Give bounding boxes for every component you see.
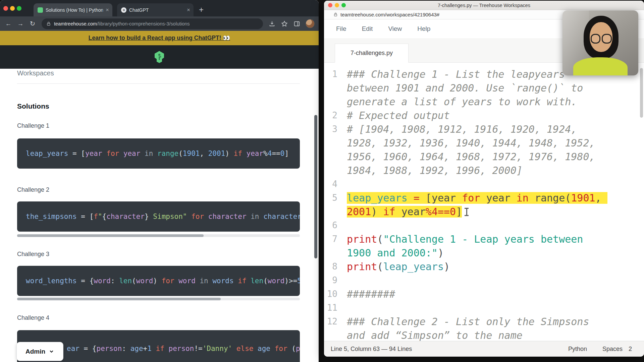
line-number: 6 — [324, 219, 342, 232]
scrollbar-thumb[interactable] — [17, 298, 221, 300]
editor-line[interactable]: 3# [1904, 1908, 1912, 1916, 1920, 1924, … — [324, 122, 644, 177]
browser-window: Solutions (How To) | Python Co × ✳ ChatG… — [0, 0, 319, 362]
indentation-value[interactable]: 2 — [629, 346, 632, 353]
solutions-page: Workspaces Solutions Challenge 1 leap_ye… — [0, 69, 319, 362]
treehouse-favicon-icon — [38, 7, 43, 13]
url-text: teamtreehouse.com/library/python-compreh… — [54, 21, 190, 26]
line-number: 3 — [324, 122, 342, 177]
editor-line[interactable]: 4 — [324, 177, 644, 191]
line-number: 2 — [324, 109, 342, 122]
workspace-titlebar: 7-challenges.py — Treehouse Workspaces — [324, 1, 644, 10]
chevron-down-icon — [49, 349, 54, 354]
lock-icon — [46, 21, 51, 26]
download-icon[interactable] — [268, 20, 276, 27]
page-title: Solutions — [17, 102, 49, 110]
editor-line[interactable]: 9 — [324, 274, 644, 287]
line-number: 8 — [324, 260, 342, 274]
person-glasses — [591, 34, 612, 44]
cursor-position-status: Line 5, Column 63 — 94 Lines — [331, 346, 412, 353]
menu-edit[interactable]: Edit — [362, 25, 373, 33]
reload-button[interactable]: ↻ — [28, 20, 37, 27]
line-number: 9 — [324, 274, 342, 287]
desktop: Solutions (How To) | Python Co × ✳ ChatG… — [0, 0, 644, 362]
code-block-challenge-1[interactable]: leap_years = [year for year in range(190… — [17, 138, 300, 169]
editor-scrollbar-thumb[interactable] — [640, 68, 643, 118]
close-tab-icon[interactable]: × — [106, 7, 109, 13]
code-block-challenge-2[interactable]: the_simpsons = [f"{character} Simpson" f… — [17, 201, 300, 232]
editor-tab-7-challenges[interactable]: 7-challenges.py — [335, 44, 409, 63]
zoom-window-button[interactable] — [17, 6, 21, 11]
horizontal-scrollbar[interactable] — [17, 234, 300, 237]
side-panel-icon[interactable] — [293, 20, 301, 27]
breadcrumb[interactable]: Workspaces — [17, 69, 54, 77]
back-button[interactable]: ← — [4, 20, 13, 27]
divider — [17, 83, 300, 84]
menu-help[interactable]: Help — [417, 25, 430, 33]
editor-line[interactable]: 6 — [324, 219, 644, 232]
code-block-challenge-3[interactable]: word_lengths = {word: len(word) for word… — [17, 266, 300, 296]
new-tab-button[interactable]: + — [199, 5, 204, 14]
code-line: the_simpsons = [f"{character} Simpson" f… — [26, 213, 300, 221]
editor-lines: 1### Challenge 1 - List the leapyears be… — [324, 67, 644, 341]
admin-button[interactable]: Admin — [16, 342, 63, 361]
editor-line[interactable]: 8print(leap_years) — [324, 260, 644, 274]
editor-line[interactable]: 12### Challenge 2 - List only the Simpso… — [324, 315, 644, 341]
horizontal-scrollbar[interactable] — [17, 298, 300, 300]
line-number: 4 — [324, 177, 342, 191]
tab-title: Solutions (How To) | Python Co — [46, 7, 103, 13]
code-line: word_lengths = {word: len(word) for word… — [26, 277, 300, 285]
close-window-button[interactable] — [3, 6, 8, 11]
line-number: 5 — [324, 191, 342, 219]
page-scrollbar-thumb[interactable] — [314, 115, 317, 258]
site-navbar — [0, 45, 319, 69]
menu-view[interactable]: View — [388, 25, 402, 33]
indentation-label[interactable]: Spaces — [602, 346, 623, 353]
scrollbar-thumb[interactable] — [17, 234, 204, 237]
editor-line[interactable]: 7print("Challenge 1 - Leap years between… — [324, 232, 644, 260]
close-tab-icon[interactable]: × — [187, 7, 190, 13]
person-shirt — [573, 57, 628, 75]
challenge-4-label: Challenge 4 — [17, 314, 49, 321]
code-line: ear = {person: age+1 if person!='Danny' … — [67, 345, 300, 353]
url-text: teamtreehouse.com/workspaces/42190643# — [340, 12, 439, 17]
tab-title: ChatGPT — [129, 7, 184, 13]
ibeam-cursor — [464, 207, 469, 217]
address-bar[interactable]: teamtreehouse.com/library/python-compreh… — [42, 18, 263, 29]
browser-tab-solutions[interactable]: Solutions (How To) | Python Co × — [34, 3, 112, 16]
admin-button-label: Admin — [25, 348, 45, 355]
promo-banner[interactable]: Learn how to build a React app using Cha… — [0, 31, 319, 45]
line-number: 7 — [324, 232, 342, 260]
line-number: 1 — [324, 67, 342, 109]
editor-line[interactable]: 2# Expected output — [324, 109, 644, 122]
window-title: 7-challenges.py — Treehouse Workspaces — [324, 3, 644, 8]
forward-button[interactable]: → — [16, 20, 25, 27]
lock-icon — [333, 12, 338, 17]
toolbar-icons — [268, 19, 315, 28]
challenge-1-label: Challenge 1 — [17, 122, 49, 129]
browser-toolbar: ← → ↻ teamtreehouse.com/library/python-c… — [0, 16, 319, 31]
window-controls — [0, 6, 25, 11]
browser-tab-chatgpt[interactable]: ✳ ChatGPT × — [117, 3, 194, 16]
challenge-3-label: Challenge 3 — [17, 251, 49, 258]
chatgpt-favicon-icon: ✳ — [121, 7, 126, 13]
treehouse-logo[interactable] — [153, 50, 166, 65]
language-mode[interactable]: Python — [568, 346, 587, 353]
profile-avatar[interactable] — [306, 19, 315, 28]
menu-file[interactable]: File — [336, 25, 346, 33]
line-number: 12 — [324, 315, 342, 341]
minimize-window-button[interactable] — [10, 6, 15, 11]
line-number: 10 — [324, 287, 342, 301]
editor-statusbar: Line 5, Column 63 — 94 Lines Python Spac… — [324, 341, 644, 357]
editor-line[interactable]: 5leap_years = [year for year in range(19… — [324, 191, 644, 219]
editor-line[interactable]: 11 — [324, 301, 644, 315]
line-number: 11 — [324, 301, 342, 315]
browser-tab-strip: Solutions (How To) | Python Co × ✳ ChatG… — [0, 0, 319, 16]
code-line: leap_years = [year for year in range(190… — [26, 149, 289, 158]
bookmark-star-icon[interactable] — [281, 20, 288, 27]
challenge-2-label: Challenge 2 — [17, 186, 49, 193]
webcam-overlay — [562, 10, 638, 75]
promo-banner-link[interactable]: Learn how to build a React app using Cha… — [89, 35, 230, 42]
code-editor[interactable]: 1### Challenge 1 - List the leapyears be… — [324, 63, 644, 341]
editor-line[interactable]: 10######## — [324, 287, 644, 301]
